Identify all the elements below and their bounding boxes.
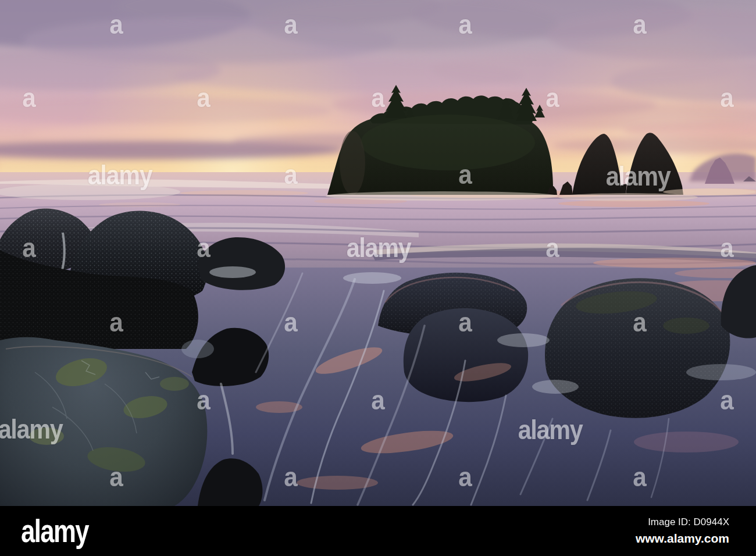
credit-bar: alamy Image ID: D0944X www.alamy.com — [0, 506, 756, 556]
stock-photo-preview: aaaaaaaaaaaaaaaaaaaaaaaaaaalamyalamyalam… — [0, 0, 756, 556]
cliff-face — [340, 131, 365, 195]
image-id-label: Image ID: D0944X — [636, 516, 729, 528]
seascape-scene — [0, 0, 756, 506]
credit-info: Image ID: D0944X www.alamy.com — [636, 516, 729, 546]
photo-area: aaaaaaaaaaaaaaaaaaaaaaaaaaalamyalamyalam… — [0, 0, 756, 506]
alamy-logo: alamy — [21, 506, 88, 556]
alamy-website-url: www.alamy.com — [636, 532, 729, 546]
rock-mid-boulder — [404, 308, 528, 402]
